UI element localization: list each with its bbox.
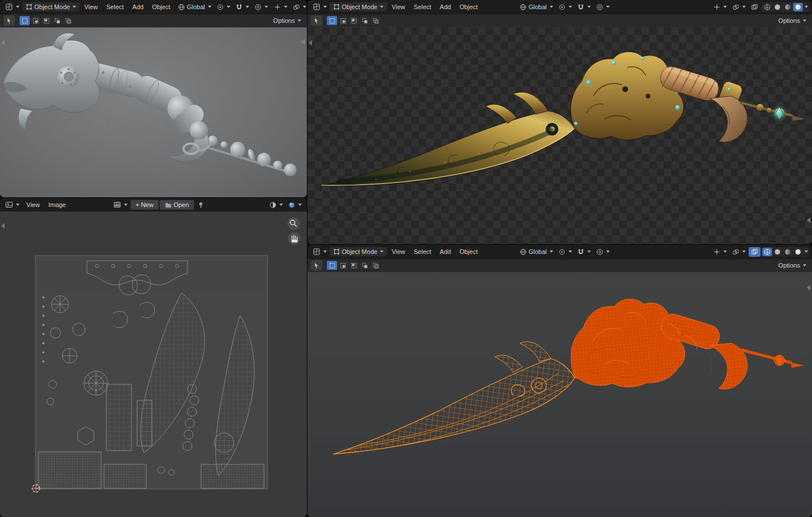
select-mode-new[interactable] — [19, 16, 30, 25]
active-tool-button[interactable] — [3, 15, 15, 26]
uv-2d-cursor[interactable] — [33, 485, 40, 492]
object-mode-dropdown[interactable]: Object Mode — [330, 2, 387, 11]
select-mode-extend[interactable] — [338, 16, 348, 25]
shading-solid-button[interactable] — [773, 248, 782, 256]
snap-toggle[interactable] — [575, 2, 593, 12]
menu-add[interactable]: Add — [436, 2, 455, 11]
proportional-editing-dropdown[interactable] — [594, 247, 612, 257]
wireframe-dagger-model[interactable] — [307, 272, 812, 517]
image-preview-dropdown[interactable] — [286, 200, 304, 210]
select-mode-subtract[interactable] — [41, 16, 51, 25]
shading-wireframe-button[interactable] — [762, 248, 772, 256]
select-mode-invert[interactable] — [359, 261, 370, 270]
transform-orientation-dropdown[interactable]: Global — [517, 2, 555, 12]
magnet-icon — [577, 3, 585, 11]
select-mode-new[interactable] — [327, 16, 337, 25]
pan-gizmo[interactable] — [288, 232, 301, 245]
transform-pivot-dropdown[interactable] — [556, 247, 574, 257]
select-mode-extend[interactable] — [30, 16, 41, 25]
select-mode-invert[interactable] — [52, 16, 62, 25]
region-collapse-arrow[interactable] — [302, 39, 305, 45]
zoom-gizmo[interactable] — [287, 217, 300, 230]
menu-select[interactable]: Select — [102, 2, 128, 11]
menu-select[interactable]: Select — [410, 247, 435, 256]
object-mode-dropdown[interactable]: Object Mode — [330, 247, 387, 256]
menu-view[interactable]: View — [387, 2, 409, 11]
active-tool-button[interactable] — [311, 15, 322, 26]
show-gizmo-toggle[interactable] — [271, 2, 290, 12]
xray-toggle[interactable] — [749, 247, 761, 257]
chevron-down-icon — [284, 6, 287, 8]
textured-dagger-model[interactable] — [307, 27, 812, 244]
menu-object[interactable]: Object — [148, 2, 174, 11]
select-mode-extend[interactable] — [338, 261, 348, 270]
viewport-canvas-wireframe[interactable] — [307, 272, 812, 517]
shading-rendered-button[interactable] — [793, 248, 803, 256]
new-image-button[interactable]: + New — [130, 200, 158, 210]
show-gizmo-toggle[interactable] — [711, 2, 729, 12]
clay-dagger-model[interactable] — [0, 27, 307, 197]
select-mode-intersect[interactable] — [63, 16, 73, 25]
editor-type-button[interactable] — [310, 246, 329, 257]
snap-toggle[interactable] — [233, 2, 251, 12]
shading-wireframe-button[interactable] — [762, 3, 772, 11]
region-collapse-arrow[interactable] — [1, 40, 5, 46]
region-collapse-arrow[interactable] — [807, 285, 810, 291]
select-mode-new[interactable] — [327, 261, 337, 270]
object-mode-dropdown[interactable]: Object Mode — [22, 2, 79, 11]
open-image-button[interactable]: Open — [159, 200, 194, 210]
shading-rendered-button[interactable] — [793, 3, 803, 11]
show-overlays-toggle[interactable] — [290, 2, 307, 12]
options-dropdown[interactable]: Options — [776, 16, 809, 25]
transform-pivot-dropdown[interactable] — [556, 2, 574, 12]
menu-view[interactable]: View — [22, 200, 44, 209]
editor-type-button[interactable] — [3, 200, 22, 210]
pivot-point-icon — [558, 248, 566, 256]
menu-view[interactable]: View — [387, 247, 409, 256]
select-mode-intersect[interactable] — [370, 16, 381, 25]
menu-object[interactable]: Object — [455, 2, 482, 11]
active-tool-button[interactable] — [311, 260, 322, 271]
region-collapse-arrow[interactable] — [309, 40, 312, 46]
select-mode-subtract[interactable] — [349, 16, 359, 25]
select-mode-intersect[interactable] — [370, 261, 381, 270]
shading-material-button[interactable] — [783, 248, 793, 256]
xray-toggle[interactable] — [749, 2, 761, 12]
select-mode-invert[interactable] — [359, 16, 370, 25]
browse-image-button[interactable] — [111, 200, 130, 210]
region-collapse-arrow[interactable] — [807, 217, 810, 223]
magnet-icon — [235, 3, 243, 11]
viewport-canvas-textured[interactable] — [307, 27, 812, 244]
menu-add[interactable]: Add — [129, 2, 148, 11]
options-dropdown[interactable]: Options — [776, 261, 809, 270]
transform-orientation-dropdown[interactable]: Global — [175, 2, 214, 12]
shading-solid-button[interactable] — [773, 3, 782, 11]
transform-orientation-dropdown[interactable]: Global — [517, 247, 555, 257]
menu-add[interactable]: Add — [436, 247, 455, 256]
viewport-canvas-sculpt[interactable] — [0, 27, 307, 197]
menu-image[interactable]: Image — [45, 200, 70, 209]
proportional-editing-dropdown[interactable] — [594, 2, 612, 12]
pin-image-toggle[interactable] — [195, 200, 207, 210]
menu-view[interactable]: View — [80, 2, 102, 11]
show-gizmo-toggle[interactable] — [711, 247, 729, 257]
snap-toggle[interactable] — [575, 247, 593, 257]
menu-object[interactable]: Object — [455, 247, 482, 256]
show-overlays-toggle[interactable] — [730, 2, 748, 12]
show-overlays-toggle[interactable] — [730, 247, 748, 257]
orientation-label: Global — [529, 248, 547, 255]
proportional-editing-dropdown[interactable] — [252, 2, 270, 12]
transform-pivot-dropdown[interactable] — [214, 2, 233, 12]
select-mode-subtract[interactable] — [349, 261, 359, 270]
editor-type-button[interactable] — [310, 2, 329, 12]
menu-select[interactable]: Select — [410, 2, 435, 11]
select-intersect-icon — [373, 263, 379, 269]
uv-canvas[interactable] — [0, 212, 307, 517]
editor-type-button[interactable] — [3, 2, 22, 12]
options-dropdown[interactable]: Options — [271, 16, 303, 25]
tool-settings-bar: Options — [307, 258, 812, 272]
shading-material-button[interactable] — [783, 3, 793, 11]
region-collapse-arrow[interactable] — [1, 223, 5, 229]
chevron-down-icon — [323, 250, 327, 253]
display-channels-dropdown[interactable] — [267, 200, 285, 210]
